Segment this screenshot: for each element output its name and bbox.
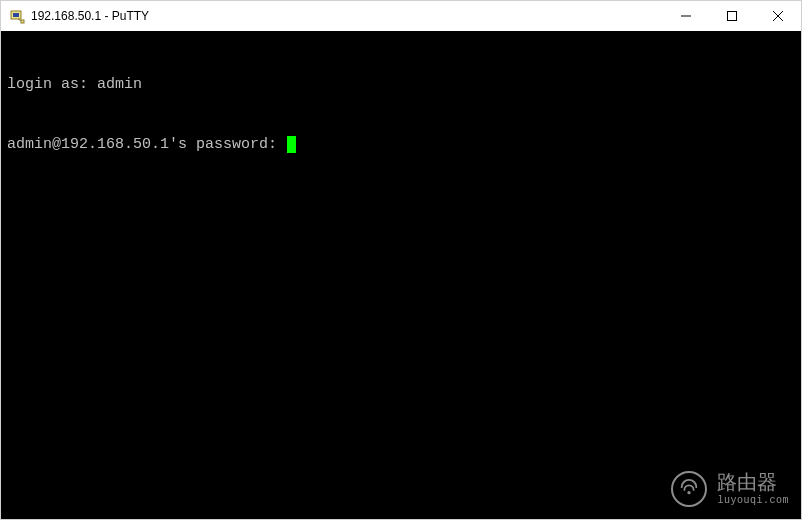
svg-rect-3: [21, 20, 24, 23]
titlebar: 192.168.50.1 - PuTTY: [1, 1, 801, 31]
terminal-area[interactable]: login as: admin admin@192.168.50.1's pas…: [1, 31, 801, 519]
terminal-line-login: login as: admin: [7, 75, 795, 95]
terminal-cursor: [287, 136, 296, 153]
window-title: 192.168.50.1 - PuTTY: [31, 9, 149, 23]
watermark-sub: luyouqi.com: [717, 495, 789, 506]
window-controls: [663, 1, 801, 31]
putty-icon: [9, 8, 25, 24]
minimize-button[interactable]: [663, 1, 709, 31]
svg-rect-5: [728, 12, 737, 21]
svg-point-8: [688, 491, 691, 494]
watermark: 路由器 luyouqi.com: [671, 471, 789, 507]
close-button[interactable]: [755, 1, 801, 31]
watermark-text: 路由器 luyouqi.com: [717, 473, 789, 506]
svg-rect-1: [13, 13, 19, 17]
maximize-button[interactable]: [709, 1, 755, 31]
terminal-password-prompt: admin@192.168.50.1's password:: [7, 136, 286, 153]
terminal-line-password: admin@192.168.50.1's password:: [7, 135, 795, 155]
router-icon: [671, 471, 707, 507]
app-window: 192.168.50.1 - PuTTY login as: admin adm…: [0, 0, 802, 520]
watermark-label: 路由器: [717, 473, 789, 495]
